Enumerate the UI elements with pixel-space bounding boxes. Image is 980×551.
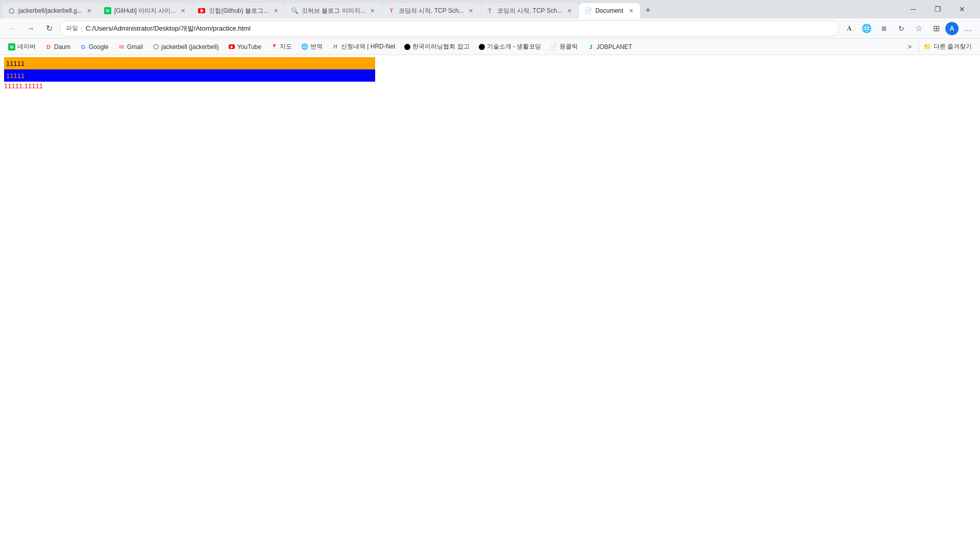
tab-github-image[interactable]: N [GitHub] 이미지 사이... ✕: [99, 3, 192, 18]
bookmark-label: Google: [89, 43, 109, 51]
reload-button[interactable]: ↻: [41, 20, 57, 37]
address-bar[interactable]: 파일 |: [59, 20, 839, 37]
page-content: 11111 11111 11111.11111: [0, 55, 980, 551]
window-controls: ─ ❐ ✕: [897, 0, 978, 18]
google-bookmark-icon: G: [80, 43, 87, 51]
gmail-bookmark-icon: ✉: [118, 43, 125, 51]
forward-button[interactable]: →: [22, 20, 39, 37]
tab-close-button[interactable]: ✕: [85, 7, 93, 15]
url-input[interactable]: [86, 24, 832, 32]
bookmark-wonclick[interactable]: 📄 원클릭: [546, 41, 582, 53]
bookmark-label: 신청내역 | HRD-Net: [341, 42, 395, 51]
document-icon: 📄: [584, 7, 592, 15]
tab-document[interactable]: 📄 Document ✕: [579, 3, 640, 18]
toolbar: ← → ↻ 파일 | 𝐀 🌐 ⊠ ↻ ☆ ⊞ A …: [0, 18, 980, 39]
refresh-icon-btn[interactable]: ↻: [893, 20, 910, 37]
search-icon: 🔍: [290, 7, 299, 15]
bookmark-hrd[interactable]: H 신청내역 | HRD-Net: [328, 41, 399, 53]
tab-tcpschool-1[interactable]: T 코딩의 시작, TCP Sch... ✕: [382, 3, 480, 18]
folder-icon: 📁: [923, 43, 932, 51]
bookmark-daum[interactable]: D Daum: [41, 42, 75, 52]
bookmark-translate[interactable]: 🌐 번역: [297, 41, 327, 53]
bookmark-label: 네이버: [17, 42, 36, 51]
red-text-content: 11111.11111: [4, 82, 43, 90]
bookmarks-bar: N 네이버 D Daum G Google ✉ Gmail ⬡ jackerbe…: [0, 39, 980, 55]
bookmark-label: 지도: [280, 42, 292, 51]
naver-bookmark-icon: N: [8, 43, 15, 51]
tab-label: 깃허브 블로그 이미지...: [302, 7, 365, 15]
bookmark-jobgo[interactable]: 한국이러닝협회 잡고: [400, 41, 473, 53]
clear-button[interactable]: ⊠: [876, 20, 892, 37]
bookmarks-more-button[interactable]: >: [904, 42, 916, 52]
tab-github-blog-image[interactable]: 🔍 깃허브 블로그 이미지... ✕: [285, 3, 382, 18]
favorites-button[interactable]: 📁 다른 즐겨찾기: [919, 41, 976, 53]
bookmark-label: jackerbell (jackerbell): [161, 43, 219, 51]
bookmark-label: 기술소개 - 생활코딩: [487, 42, 542, 51]
back-button[interactable]: ←: [4, 20, 20, 37]
tab-label: 깃헙(Github) 블로그...: [209, 7, 268, 15]
livecoding-bookmark-icon: [479, 44, 485, 50]
tcpschool-icon-2: T: [486, 7, 494, 15]
profile-avatar[interactable]: A: [945, 22, 959, 35]
bookmark-gmail[interactable]: ✉ Gmail: [114, 42, 147, 52]
translate-button[interactable]: 🌐: [859, 20, 875, 37]
bookmark-livecoding[interactable]: 기술소개 - 생활코딩: [475, 41, 546, 53]
browser-window: ⬡ jackerbell/jackerbell.g... ✕ N [GitHub…: [0, 0, 980, 551]
tab-label: jackerbell/jackerbell.g...: [18, 7, 82, 14]
title-bar: ⬡ jackerbell/jackerbell.g... ✕ N [GitHub…: [0, 0, 980, 18]
hrd-bookmark-icon: H: [332, 43, 339, 51]
tab-label: Document: [595, 7, 624, 14]
tab-close-button[interactable]: ✕: [272, 7, 280, 15]
tab-label: 코딩의 시작, TCP Sch...: [399, 7, 464, 15]
youtube-tab-icon: [198, 7, 206, 15]
tab-jackerbell[interactable]: ⬡ jackerbell/jackerbell.g... ✕: [2, 3, 99, 18]
tab-label: [GitHub] 이미지 사이...: [114, 7, 176, 15]
bookmark-map[interactable]: 📍 지도: [266, 41, 296, 53]
settings-button[interactable]: …: [960, 20, 976, 37]
bookmark-youtube[interactable]: YouTube: [224, 42, 265, 52]
bookmark-label: 원클릭: [559, 42, 578, 51]
jobgo-bookmark-icon: [404, 44, 410, 50]
bookmark-google[interactable]: G Google: [76, 42, 113, 52]
github-bookmark-icon: ⬡: [152, 43, 159, 51]
red-text-block: 11111.11111: [4, 82, 976, 91]
minimize-button[interactable]: ─: [901, 0, 925, 18]
tab-github-blog[interactable]: 깃헙(Github) 블로그... ✕: [192, 3, 285, 18]
tab-close-button[interactable]: ✕: [179, 7, 187, 15]
bookmark-jobplanet[interactable]: J JOBPLANET: [583, 42, 636, 52]
collections-button[interactable]: ⊞: [928, 20, 944, 37]
tab-close-button[interactable]: ✕: [467, 7, 475, 15]
orange-text: 11111: [6, 60, 24, 67]
wonclick-bookmark-icon: 📄: [550, 43, 557, 51]
github-icon: ⬡: [7, 7, 15, 15]
naver-icon: N: [104, 7, 111, 14]
bookmark-label: JOBPLANET: [596, 43, 632, 51]
content-area: 11111 11111 11111.11111: [0, 55, 980, 93]
favorites-label: 다른 즐겨찾기: [934, 42, 972, 51]
bookmark-label: 한국이러닝협회 잡고: [412, 42, 469, 51]
tab-tcpschool-2[interactable]: T 코딩의 시작, TCP Sch... ✕: [481, 3, 579, 18]
blue-block: 11111: [4, 69, 375, 82]
bookmark-jackerbell[interactable]: ⬡ jackerbell (jackerbell): [148, 42, 223, 52]
tab-close-button[interactable]: ✕: [565, 7, 573, 15]
restore-button[interactable]: ❐: [926, 0, 949, 18]
bookmark-naver[interactable]: N 네이버: [4, 41, 40, 53]
map-bookmark-icon: 📍: [271, 43, 278, 51]
daum-bookmark-icon: D: [45, 43, 52, 51]
star-button[interactable]: ☆: [911, 20, 927, 37]
youtube-bookmark-icon: [228, 43, 235, 51]
bookmark-label: 번역: [310, 42, 323, 51]
new-tab-button[interactable]: +: [641, 3, 655, 17]
reader-mode-button[interactable]: 𝐀: [841, 20, 857, 37]
protocol-separator: |: [81, 26, 83, 32]
tab-strip: ⬡ jackerbell/jackerbell.g... ✕ N [GitHub…: [2, 0, 897, 18]
jobplanet-bookmark-icon: J: [587, 43, 594, 51]
bookmark-label: Daum: [54, 43, 70, 51]
tab-close-button[interactable]: ✕: [369, 7, 377, 15]
close-button[interactable]: ✕: [950, 0, 974, 18]
protocol-label: 파일: [66, 24, 78, 33]
tab-close-button[interactable]: ✕: [627, 7, 635, 15]
translate-bookmark-icon: 🌐: [301, 43, 308, 51]
blue-text: 11111: [6, 72, 24, 80]
bookmark-label: YouTube: [237, 43, 261, 51]
